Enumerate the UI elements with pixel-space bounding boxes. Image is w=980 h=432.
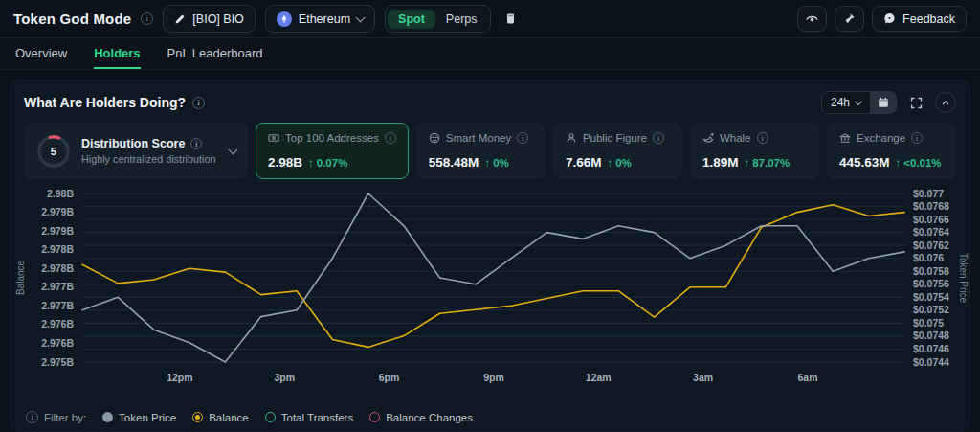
card-change: 87.07% (744, 157, 790, 169)
card-value: 2.98B (268, 155, 302, 170)
distribution-score-value: 5 (51, 146, 57, 157)
chain-dropdown[interactable]: Ethereum (265, 5, 375, 33)
svg-text:$0.0768: $0.0768 (913, 200, 949, 212)
card-label: Public Figure (583, 132, 647, 144)
smart-money-icon (429, 132, 440, 144)
svg-text:2.977B: 2.977B (41, 281, 74, 292)
chevron-down-icon (855, 97, 862, 104)
svg-text:$0.076: $0.076 (913, 252, 944, 263)
tab-overview[interactable]: Overview (15, 38, 67, 69)
card-whale[interactable]: Whale 1.89M 87.07% (690, 123, 819, 179)
up-arrow-icon (896, 157, 902, 169)
holder-metric-cards: 5 Distribution Score Highly centralized … (11, 123, 969, 179)
card-value: 558.48M (429, 155, 479, 170)
svg-text:$0.075: $0.075 (913, 317, 944, 329)
svg-text:2.976B: 2.976B (41, 337, 74, 349)
card-public-figure[interactable]: Public Figure 7.66M 0% (553, 123, 682, 179)
feedback-label: Feedback (902, 12, 955, 26)
card-change: 0% (484, 157, 508, 169)
svg-text:$0.0756: $0.0756 (913, 278, 949, 289)
info-icon (517, 132, 528, 144)
balance-changes-radio-icon (369, 412, 380, 422)
tab-pnl-leaderboard[interactable]: PnL Leaderboard (167, 38, 263, 69)
token-price-dot-icon (102, 412, 113, 422)
svg-text:6am: 6am (797, 372, 817, 383)
svg-text:2.978B: 2.978B (41, 243, 74, 255)
svg-text:$0.0766: $0.0766 (913, 214, 949, 225)
svg-text:$0.0752: $0.0752 (913, 304, 949, 315)
token-god-mode-page: Token God Mode [BIO] BIO Ethereum Spot P… (0, 0, 980, 432)
chain-label: Ethereum (299, 12, 350, 26)
svg-text:$0.0758: $0.0758 (913, 265, 949, 277)
card-value: 1.89M (702, 155, 739, 170)
svg-text:$0.077: $0.077 (913, 188, 944, 199)
card-label: Smart Money (446, 132, 511, 144)
svg-text:2.975B: 2.975B (41, 356, 74, 368)
distribution-score-gauge: 5 (35, 133, 72, 170)
legend-balance[interactable]: Balance (192, 412, 249, 423)
chart-area: $0.077$0.0768$0.0766$0.0764$0.0762$0.076… (11, 179, 969, 396)
info-icon (190, 138, 202, 149)
up-arrow-icon (484, 157, 490, 169)
svg-text:12am: 12am (586, 372, 612, 383)
chevron-down-icon[interactable] (229, 145, 238, 154)
distribution-score-subtitle: Highly centralized distribution (81, 153, 215, 165)
up-arrow-icon (744, 157, 749, 169)
svg-text:$0.0754: $0.0754 (913, 291, 949, 303)
token-label: [BIO] BIO (192, 12, 244, 26)
svg-text:Balance: Balance (15, 260, 26, 295)
pin-button[interactable] (835, 6, 864, 32)
card-label: Top 100 Addresses (285, 132, 379, 144)
svg-text:2.979B: 2.979B (41, 225, 74, 237)
card-label: Whale (720, 132, 751, 144)
panel-header: What Are Holders Doing? 24h (11, 89, 969, 123)
section-tabs: Overview Holders PnL Leaderboard (0, 38, 980, 70)
filter-bar: Filter by: Token Price Balance Total Tra… (11, 403, 969, 431)
card-exchange[interactable]: Exchange 445.63M <0.01% (827, 123, 956, 179)
info-icon (757, 132, 768, 144)
perps-tab[interactable]: Perps (435, 10, 488, 29)
info-icon (385, 132, 396, 144)
filter-by-label: Filter by: (26, 411, 86, 423)
public-figure-icon (566, 132, 577, 144)
holders-panel: What Are Holders Doing? 24h (10, 80, 970, 432)
svg-text:12pm: 12pm (167, 372, 192, 383)
card-top-100-addresses[interactable]: Top 100 Addresses 2.98B 0.07% (256, 123, 409, 179)
market-type-toggle: Spot Perps (385, 5, 490, 33)
page-title: Token God Mode (13, 11, 131, 27)
total-transfers-radio-icon (265, 412, 276, 422)
distribution-score-text: Distribution Score Highly centralized di… (81, 137, 215, 165)
feedback-button[interactable]: Feedback (872, 6, 967, 32)
spot-tab[interactable]: Spot (388, 10, 435, 29)
up-arrow-icon (308, 157, 314, 169)
pencil-icon (174, 13, 186, 25)
info-icon (141, 12, 153, 25)
balance-radio-icon (192, 412, 203, 422)
legend-balance-changes[interactable]: Balance Changes (369, 412, 473, 423)
info-icon (26, 411, 38, 423)
chevron-down-icon (356, 12, 366, 22)
info-icon (192, 97, 205, 109)
legend-total-transfers[interactable]: Total Transfers (265, 412, 353, 423)
distribution-score-card[interactable]: 5 Distribution Score Highly centralized … (24, 123, 248, 179)
panel-title: What Are Holders Doing? (24, 95, 205, 110)
copy-icon[interactable] (501, 9, 522, 30)
calendar-button[interactable] (870, 92, 896, 113)
legend-token-price[interactable]: Token Price (102, 412, 176, 423)
timeframe-dropdown[interactable]: 24h (822, 92, 870, 113)
svg-text:9pm: 9pm (483, 372, 504, 383)
svg-text:$0.0746: $0.0746 (913, 343, 949, 354)
card-change: <0.01% (896, 157, 942, 169)
fullscreen-button[interactable] (905, 92, 926, 113)
collapse-button[interactable] (935, 92, 956, 113)
holders-balance-price-chart[interactable]: $0.077$0.0768$0.0766$0.0764$0.0762$0.076… (11, 183, 969, 392)
token-select-button[interactable]: [BIO] BIO (163, 5, 256, 33)
svg-text:$0.0748: $0.0748 (913, 330, 949, 341)
card-smart-money[interactable]: Smart Money 558.48M 0% (416, 123, 546, 179)
card-value: 7.66M (566, 155, 602, 170)
panel-controls: 24h (821, 91, 956, 114)
svg-text:2.978B: 2.978B (41, 262, 74, 274)
tab-holders[interactable]: Holders (94, 38, 140, 69)
calendar-icon (878, 97, 889, 108)
watch-eye-button[interactable] (797, 6, 827, 32)
